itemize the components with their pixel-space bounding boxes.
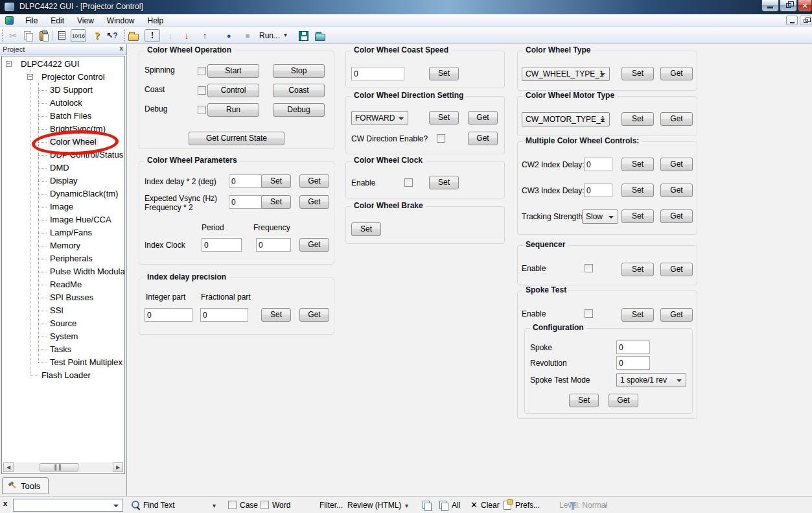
all-label[interactable]: All [452,501,460,510]
tree-item-label[interactable]: Memory [48,241,82,250]
tree-item-label[interactable]: SSI [48,305,65,315]
debug-checkbox[interactable] [198,106,206,114]
tree-item-lamp-fans[interactable]: Lamp/Fans [2,226,124,239]
control-button[interactable]: Control [207,84,259,97]
vsync-get-button[interactable]: Get [299,195,329,209]
cut-icon[interactable]: ✂ [6,29,19,42]
download-icon[interactable]: ↓ [180,29,193,42]
tree-item-image[interactable]: Image [2,200,124,213]
scroll-left-icon[interactable]: ◀ [3,462,14,472]
get-current-state-button[interactable]: Get Current State [189,132,284,145]
sequencer-set-button[interactable]: Set [621,263,654,276]
tree-item-label[interactable]: Color Wheel [48,137,99,147]
prefs-icon[interactable] [504,501,511,510]
cw-direction-enable-get-button[interactable]: Get [468,132,498,145]
index-delay-get-button[interactable]: Get [299,174,329,188]
config-get-button[interactable]: Get [609,394,638,407]
tree-item-label[interactable]: Flash Loader [40,370,93,380]
precision-set-button[interactable]: Set [261,308,291,322]
copy-result-icon[interactable] [423,501,432,510]
paste-icon[interactable] [37,29,50,42]
tree-item-ddp-control-status[interactable]: DDP Control/Status [2,149,124,161]
tree-collapse-root-icon[interactable] [6,61,12,67]
tree-item-label[interactable]: DMD [48,163,71,173]
tree-item-spi-busses[interactable]: SPI Busses [2,291,124,304]
spoke-test-get-button[interactable]: Get [660,308,693,322]
copy-all-icon[interactable] [439,501,448,510]
tree-item-label[interactable]: Pulse Width Modula [48,267,125,276]
sequencer-enable-checkbox[interactable] [585,264,593,272]
menu-file[interactable]: File [19,15,44,27]
tree-item-brightsync-tm-[interactable]: BrightSync(tm) [2,123,124,136]
tree-item-label[interactable]: ReadMe [48,280,84,289]
tree-item-label[interactable]: Test Point Multiplex [48,357,124,367]
exclamation-button[interactable]: ! [145,29,160,42]
tree-collapse-parent-icon[interactable] [27,74,33,80]
index-delay-set-button[interactable]: Set [261,174,291,188]
tree-item-pulse-width-modula[interactable]: Pulse Width Modula [2,265,124,278]
mdi-minimize-button[interactable] [786,16,798,25]
integer-part-input[interactable] [145,308,192,322]
index-clock-get-button[interactable]: Get [299,238,329,252]
prefs-button[interactable]: Prefs... [515,501,540,510]
coast-checkbox[interactable] [198,86,206,95]
direction-select[interactable]: FORWARD [351,111,408,125]
clear-button[interactable]: Clear [481,501,500,510]
cw2-set-button[interactable]: Set [621,158,654,171]
start-button[interactable]: Start [207,64,259,78]
document-icon[interactable] [55,29,68,42]
tracking-strength-select[interactable]: Slow [582,209,618,224]
index-clock-period-input[interactable] [202,238,242,252]
cw-direction-enable-checkbox[interactable] [437,134,445,143]
tracking-set-button[interactable]: Set [621,209,654,223]
spoke-test-set-button[interactable]: Set [621,308,654,322]
tree-item-batch-files[interactable]: Batch Files [2,110,124,123]
findbar-close-icon[interactable]: x [3,499,7,507]
tree-item-test-point-multiplex[interactable]: Test Point Multiplex [2,356,124,369]
cw2-get-button[interactable]: Get [660,158,693,171]
context-help-icon[interactable]: ↖? [104,29,121,42]
fraction-display-button[interactable]: 10/16 [71,29,86,42]
cw3-get-button[interactable]: Get [660,184,693,197]
tree-item-label[interactable]: DLPC4422 GUI [19,59,81,69]
find-history-select[interactable] [13,499,123,512]
cw3-set-button[interactable]: Set [621,184,654,197]
tracking-get-button[interactable]: Get [660,209,693,223]
case-checkbox[interactable] [228,501,237,509]
upload-icon[interactable]: ↑ [198,29,211,42]
tree-item-tasks[interactable]: Tasks [2,343,124,356]
tree-item-label[interactable]: Batch Files [48,111,93,121]
search-icon[interactable] [132,501,141,510]
config-set-button[interactable]: Set [569,394,599,407]
tree-item-label[interactable]: Peripherals [48,254,95,263]
sequencer-get-button[interactable]: Get [660,263,693,276]
review-html-button[interactable]: Review (HTML) [347,501,401,510]
open-file-icon[interactable] [314,29,327,42]
tree-item-image-hue-cca[interactable]: Image Hue/CCA [2,213,124,226]
tree-item-label[interactable]: Image Hue/CCA [48,215,113,224]
tree-item-label[interactable]: DynamicBlack(tm) [48,189,120,198]
wheel-type-get-button[interactable]: Get [660,67,693,80]
menu-view[interactable]: View [71,15,100,27]
coast-speed-input[interactable] [351,67,404,80]
tree-item-label[interactable]: Display [48,176,80,185]
tree-item-label[interactable]: Lamp/Fans [48,228,94,237]
panel-close-icon[interactable]: x [119,45,123,52]
tree-item-ssi[interactable]: SSI [2,304,124,317]
run-button[interactable]: Run [207,103,259,117]
cw2-index-delay-input[interactable] [584,158,612,171]
tree-item-system[interactable]: System [2,330,124,343]
minimize-button[interactable] [761,0,779,12]
wheel-type-select[interactable]: CW_WHEEL_TYPE_1 [522,67,610,81]
help-icon[interactable]: ? [91,29,104,42]
find-caret-icon[interactable]: ▾ [213,502,216,509]
coast-speed-set-button[interactable]: Set [429,67,459,80]
tree-item-3d-support[interactable]: 3D Support [2,84,124,97]
tree-item-autolock[interactable]: Autolock [2,97,124,110]
stop-button[interactable]: Stop [273,64,325,78]
mdi-child-icon[interactable] [5,16,14,25]
tree-item-dynamicblack-tm-[interactable]: DynamicBlack(tm) [2,187,124,200]
motor-type-get-button[interactable]: Get [660,112,693,126]
brake-set-button[interactable]: Set [351,222,381,236]
tree-item-label[interactable]: DDP Control/Status [48,150,125,160]
